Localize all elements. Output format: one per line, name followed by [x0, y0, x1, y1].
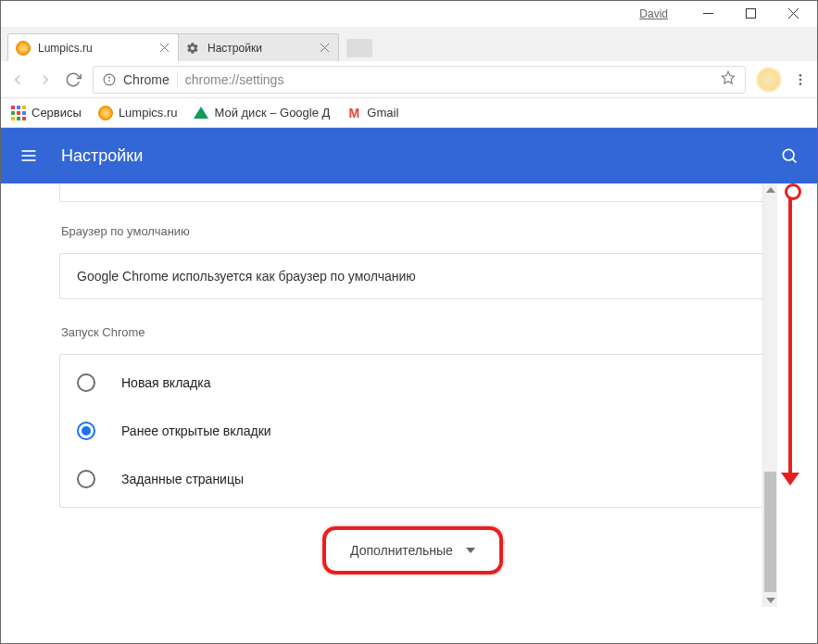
- tab-title: Lumpics.ru: [38, 42, 157, 55]
- settings-content: Браузер по умолчанию Google Chrome испол…: [41, 183, 777, 607]
- svg-point-18: [783, 149, 794, 160]
- scrollbar[interactable]: [762, 183, 777, 607]
- chevron-down-icon: [466, 548, 475, 553]
- radio-icon: [77, 422, 95, 440]
- svg-point-14: [799, 82, 802, 85]
- page-title: Настройки: [61, 146, 779, 166]
- orange-circle-icon: [98, 106, 113, 120]
- orange-circle-icon: [16, 41, 31, 56]
- radio-label: Новая вкладка: [121, 375, 211, 390]
- scrollbar-thumb[interactable]: [764, 472, 776, 592]
- profile-avatar[interactable]: [757, 68, 781, 92]
- toolbar: Chrome chrome://settings: [0, 61, 818, 98]
- svg-rect-1: [746, 9, 755, 19]
- svg-point-10: [109, 77, 110, 78]
- radio-label: Ранее открытые вкладки: [121, 423, 271, 438]
- svg-point-13: [799, 78, 802, 81]
- radio-icon: [77, 470, 95, 488]
- radio-icon: [77, 373, 95, 392]
- gmail-icon: M: [346, 106, 361, 120]
- startup-option-continue[interactable]: Ранее открытые вкладки: [77, 407, 749, 455]
- startup-option-specific-pages[interactable]: Заданные страницы: [77, 455, 749, 503]
- omnibox-url: chrome://settings: [185, 72, 284, 87]
- chrome-menu-button[interactable]: [792, 71, 809, 88]
- window-titlebar: David: [0, 0, 818, 28]
- omnibox[interactable]: Chrome chrome://settings: [93, 66, 746, 94]
- window-minimize-button[interactable]: [686, 0, 729, 28]
- close-icon[interactable]: [318, 42, 331, 55]
- window-close-button[interactable]: [772, 0, 814, 28]
- window-maximize-button[interactable]: [729, 0, 772, 28]
- info-icon: [103, 73, 116, 86]
- bookmark-lumpics[interactable]: Lumpics.ru: [98, 106, 178, 120]
- search-icon[interactable]: [779, 145, 799, 166]
- settings-header: Настройки: [0, 128, 818, 183]
- gear-icon: [185, 41, 200, 56]
- apps-grid-icon: [11, 106, 26, 120]
- radio-label: Заданные страницы: [121, 472, 244, 486]
- reload-button[interactable]: [65, 71, 82, 88]
- bookmark-label: Lumpics.ru: [119, 106, 178, 120]
- startup-card: Новая вкладка Ранее открытые вкладки Зад…: [59, 354, 766, 508]
- tab-title: Настройки: [208, 42, 318, 55]
- scroll-up-icon[interactable]: [766, 187, 775, 193]
- bookmark-label: Gmail: [367, 106, 398, 120]
- bookmark-label: Мой диск – Google Д: [214, 106, 330, 120]
- omnibox-scheme: Chrome: [123, 72, 170, 87]
- bookmark-star-icon[interactable]: [721, 70, 736, 89]
- annotation-arrow: [788, 185, 792, 474]
- back-button[interactable]: [9, 71, 26, 88]
- separator: [177, 71, 178, 88]
- svg-line-19: [792, 158, 796, 162]
- bookmark-label: Сервисы: [31, 106, 82, 120]
- advanced-label: Дополнительные: [350, 543, 453, 558]
- section-label-startup: Запуск Chrome: [61, 325, 766, 339]
- default-browser-card: Google Chrome используется как браузер п…: [59, 253, 766, 299]
- close-icon[interactable]: [157, 42, 170, 55]
- bookmarks-bar: Сервисы Lumpics.ru Мой диск – Google Д M…: [0, 98, 818, 128]
- apps-shortcut[interactable]: Сервисы: [11, 106, 82, 120]
- bookmark-gdrive[interactable]: Мой диск – Google Д: [194, 106, 330, 120]
- menu-icon[interactable]: [19, 145, 39, 166]
- default-browser-status: Google Chrome используется как браузер п…: [77, 269, 749, 284]
- bookmark-gmail[interactable]: M Gmail: [346, 106, 398, 120]
- card-fragment: [59, 183, 766, 202]
- svg-marker-11: [722, 71, 734, 83]
- new-tab-button[interactable]: [346, 39, 372, 57]
- tab-strip: Lumpics.ru Настройки: [0, 28, 818, 61]
- tab-settings[interactable]: Настройки: [168, 33, 339, 61]
- svg-point-12: [799, 74, 802, 77]
- profile-user-label[interactable]: David: [639, 7, 668, 20]
- startup-option-new-tab[interactable]: Новая вкладка: [77, 359, 749, 407]
- gdrive-icon: [194, 106, 208, 120]
- tab-lumpics[interactable]: Lumpics.ru: [7, 33, 179, 61]
- section-label-default-browser: Браузер по умолчанию: [61, 224, 766, 238]
- forward-button[interactable]: [37, 71, 54, 88]
- scroll-down-icon[interactable]: [766, 598, 775, 603]
- advanced-toggle-button[interactable]: Дополнительные: [332, 534, 494, 567]
